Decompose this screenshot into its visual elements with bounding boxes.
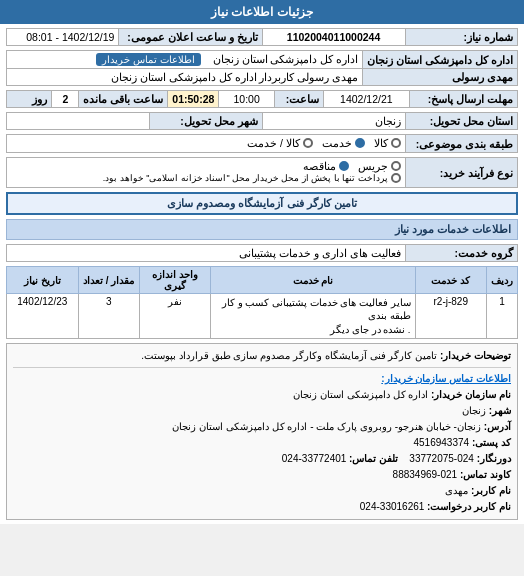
send-date-label: مهلت ارسال پاسخ: [409, 91, 517, 108]
radio-kala-dot [391, 138, 401, 148]
col-name: نام خدمت [211, 267, 415, 294]
office-label: اداره کل دامپزشکی استان زنجان [363, 51, 518, 69]
radio-pardakht-dot [391, 173, 401, 183]
bottom-details: توضیحات خریدار: تامین کارگر فنی آزمایشگا… [6, 343, 518, 520]
radio-kala-label: کالا [374, 137, 388, 149]
summary-title: تامین کارگر فنی آزمایشگاه ومصدوم سازی [167, 197, 356, 209]
office-value: اداره کل دامپزشکی استان زنجان اطلاعات تم… [7, 51, 363, 69]
date-value: 1402/12/19 - 08:01 [7, 29, 119, 46]
radio-manaqaseh-label: مناقصه [303, 160, 336, 172]
supplier-name-label: نام سازمان خریدار: [428, 389, 511, 400]
page-title: جزئیات اطلاعات نیاز [211, 5, 313, 19]
id-value: 1102004011000244 [262, 29, 405, 46]
radio-kala-khedmat-label: کالا / خدمت [247, 137, 300, 149]
supplier-requester: 33016261-024 [360, 501, 425, 512]
supplier-postal-row: کد پستی: 4516943374 [13, 435, 511, 451]
id-label: شماره نیاز: [405, 29, 517, 46]
radio-pardakht-label: پرداخت تنها با پخش از محل خریدار محل "اس… [103, 173, 388, 183]
radio-kala[interactable]: کالا [374, 137, 401, 149]
date-label: تاریخ و ساعت اعلان عمومی: [119, 29, 262, 46]
days-label: روز [7, 91, 52, 108]
supplier-tel-label: تلفن تماس: [349, 453, 398, 464]
supplier-contact-name-label: نام کاربر: [471, 485, 511, 496]
desc-title: توضیحات خریدار: [437, 350, 511, 361]
supplier-city: زنجان [462, 405, 486, 416]
summary-box: تامین کارگر فنی آزمایشگاه ومصدوم سازی [6, 192, 518, 215]
manager-value: مهدی رسولی کاربردار اداره کل دامپزشکی اس… [7, 69, 363, 86]
hours-value: 01:50:28 [168, 91, 219, 108]
services-section-title: اطلاعات خدمات مورد نیاز [6, 219, 518, 240]
radio-joris-dot [391, 161, 401, 171]
description-row: توضیحات خریدار: تامین کارگر فنی آزمایشگا… [13, 348, 511, 364]
delivery-label: استان محل تحویل: [405, 113, 517, 130]
main-content: شماره نیاز: 1102004011000244 تاریخ و ساع… [0, 24, 524, 524]
time-label: ساعت: [274, 91, 323, 108]
col-unit: واحد اندازه گیری [139, 267, 210, 294]
hours-label: ساعت باقی مانده [79, 91, 168, 108]
col-qty: مقدار / تعداد [78, 267, 139, 294]
radio-khedmat[interactable]: خدمت [322, 137, 365, 149]
group-label: گروه خدمت: [405, 245, 517, 262]
supplier-name: اداره کل دامپزشکی استان زنجان [293, 389, 428, 400]
supplier-contact-row: نام کاربر: مهدی [13, 483, 511, 499]
floor-options: کالا خدمت کالا / خدمت [7, 135, 406, 153]
supplier-contact-name: مهدی [445, 485, 468, 496]
supplier-fax-label: دورنگار: [477, 453, 511, 464]
radio-joris[interactable]: جریس [358, 160, 401, 172]
row-unit: نفر [139, 294, 210, 339]
purchase-table: نوع فرآیند خرید: جریس مناقصه پرداخت تنها… [6, 157, 518, 188]
group-table: گروه خدمت: فعالیت های اداری و خدمات پشتی… [6, 244, 518, 262]
col-code: کد خدمت [415, 267, 486, 294]
delivery-table: استان محل تحویل: زنجان شهر محل تحویل: [6, 112, 518, 130]
supplier-name-row: نام سازمان خریدار: اداره کل دامپزشکی است… [13, 387, 511, 403]
city-label: شهر محل تحویل: [150, 113, 262, 130]
supplier-fax: 024-33772075 [409, 453, 474, 464]
send-date-value: 1402/12/21 [324, 91, 409, 108]
supplier-address: زنجان- خیابان هنرجو- روبروی پارک ملت - ا… [172, 421, 481, 432]
supplier-postal-label: کد پستی: [472, 437, 511, 448]
page-wrapper: جزئیات اطلاعات نیاز شماره نیاز: 11020040… [0, 0, 524, 524]
office-table: اداره کل دامپزشکی استان زنجان اداره کل د… [6, 50, 518, 86]
floor-table: طبقه بندی موضوعی: کالا خدمت کالا / خدمت [6, 134, 518, 153]
supplier-postal: 4516943374 [413, 437, 469, 448]
radio-pardakht[interactable]: پرداخت تنها با پخش از محل خریدار محل "اس… [103, 173, 401, 183]
supplier-city-row: شهر: زنجان [13, 403, 511, 419]
top-info-table: شماره نیاز: 1102004011000244 تاریخ و ساع… [6, 28, 518, 46]
row-index: 1 [487, 294, 518, 339]
supplier-title-row: اطلاعات تماس سازمان خریدار: [13, 371, 511, 387]
radio-kala-khedmat[interactable]: کالا / خدمت [247, 137, 313, 149]
row-qty: 3 [78, 294, 139, 339]
page-header: جزئیات اطلاعات نیاز [0, 0, 524, 24]
table-row: 1 829-r2-j سایر فعالیت های خدمات پشتیبان… [7, 294, 518, 339]
supplier-requester-label: نام کاربر درخواست: [427, 501, 511, 512]
supplier-info-title[interactable]: اطلاعات تماس سازمان خریدار: [381, 373, 511, 384]
city-value [7, 113, 150, 130]
row-name: سایر فعالیت های خدمات پشتیبانی کسب‌ و کا… [211, 294, 415, 339]
radio-manaqaseh-dot [339, 161, 349, 171]
desc-content: تامین کارگر فنی آزمایشگاه وکارگر مصدوم س… [141, 350, 437, 361]
services-table: ردیف کد خدمت نام خدمت واحد اندازه گیری م… [6, 266, 518, 339]
delivery-value: زنجان [262, 113, 405, 130]
radio-khedmat-dot [355, 138, 365, 148]
radio-kala-khedmat-dot [303, 138, 313, 148]
radio-khedmat-label: خدمت [322, 137, 352, 149]
purchase-label: نوع فرآیند خرید: [405, 158, 517, 188]
supplier-tel: 33772401-024 [282, 453, 347, 464]
radio-manaqaseh[interactable]: مناقصه [303, 160, 349, 172]
dates-table: مهلت ارسال پاسخ: 1402/12/21 ساعت: 10:00 … [6, 90, 518, 108]
supplier-kavand-row: کاوند تماس: 021-88834969 [13, 467, 511, 483]
col-date: تاریخ نیاز [7, 267, 79, 294]
supplier-fax-row: دورنگار: 024-33772075 تلفن تماس: 3377240… [13, 451, 511, 467]
supplier-kavand-label: کاوند تماس: [460, 469, 511, 480]
manager-label: مهدی رسولی [363, 69, 518, 86]
contact-info-button[interactable]: اطلاعات تماس خریدار [96, 53, 201, 66]
radio-joris-label: جریس [358, 160, 388, 172]
purchase-options: جریس مناقصه پرداخت تنها با پخش از محل خر… [7, 158, 406, 188]
supplier-kavand: 021-88834969 [393, 469, 458, 480]
col-row: ردیف [487, 267, 518, 294]
row-date: 1402/12/23 [7, 294, 79, 339]
row-code: 829-r2-j [415, 294, 486, 339]
time-value: 10:00 [219, 91, 275, 108]
days-value: 2 [52, 91, 79, 108]
supplier-city-label: شهر: [486, 405, 511, 416]
